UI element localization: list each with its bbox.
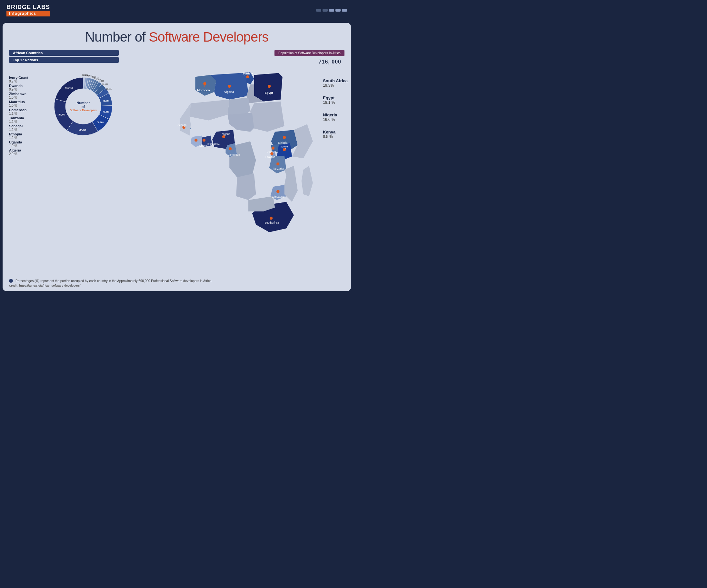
label-sa-pct: 19.3% <box>323 83 348 88</box>
footer-legend-text: Percentages (%) represent the portion oc… <box>15 279 211 283</box>
sudan-shape <box>250 102 284 132</box>
page-title: Number of Software Developers <box>9 29 344 45</box>
badge-top17: Top 17 Nations <box>9 57 119 63</box>
pin-uganda <box>272 147 274 149</box>
segment-label-11: 45,247 <box>103 100 109 102</box>
westcoast-shape <box>180 103 191 136</box>
label-ke-pct: 8.5 % <box>323 134 348 139</box>
map-container: Morocco Tunisia Algeria Egypt Senegal <box>122 65 344 279</box>
left-panel: African Countries Top 17 Nations Ivory C… <box>9 50 119 279</box>
segment-label-12: 49,818 <box>103 111 109 113</box>
pin-zimbabwe <box>276 190 279 193</box>
brand-title: BRIDGE LABS <box>6 4 50 11</box>
list-item: Algeria2.9 % <box>9 148 28 156</box>
label-egypt: Egypt <box>265 91 273 95</box>
dot2 <box>323 9 328 11</box>
dot5 <box>342 9 347 11</box>
right-labels: South Africa 19.3% Egypt 18.1 % Nigeria … <box>323 78 348 139</box>
pin-tanzania <box>276 163 279 165</box>
population-number: 716, 000 <box>319 59 341 65</box>
footer: Percentages (%) represent the portion oc… <box>9 279 344 287</box>
dot4 <box>335 9 341 11</box>
dot1 <box>316 9 321 11</box>
segment-label-15: 125,270 <box>58 113 65 116</box>
badge-african-countries: African Countries <box>9 50 119 56</box>
angola-shape <box>236 173 256 200</box>
footer-dot <box>9 279 13 283</box>
donut-segment-south-africa <box>55 77 83 102</box>
footer-legend: Percentages (%) represent the portion oc… <box>9 279 344 283</box>
label-algeria: Algeria <box>224 90 234 94</box>
footer-credit: Credit: https://tunga.io/african-softwar… <box>9 284 344 287</box>
credit-url: https://tunga.io/african-software-develo… <box>19 284 81 287</box>
label-nigeria: Nigeria <box>222 133 230 136</box>
pin-egypt <box>268 85 271 88</box>
title-part2: Software Developers <box>149 29 268 44</box>
label-ke: Kenya 8.5 % <box>323 130 348 139</box>
list-item: Mauritius1.0 % <box>9 100 28 107</box>
mozambique-shape <box>284 166 298 202</box>
label-zimbabwe: Zimbabwe <box>272 195 284 198</box>
label-eg: Egypt 18.1 % <box>323 96 348 105</box>
label-ethiopia: Ethiopia <box>278 141 288 144</box>
list-item: Senegal1.2 % <box>9 124 28 132</box>
central-shape <box>227 113 254 132</box>
label-ng: Nigeria 16.6 % <box>323 112 348 122</box>
country-list: Ivory Coast0.7 %Rwanda0.9 %Zimbabwe1.0 %… <box>9 76 28 156</box>
outer-label-8: 13,113 <box>98 80 104 82</box>
morocco-shape <box>195 75 216 96</box>
list-item: Ethopia1.2 % <box>9 132 28 140</box>
brand-sub: Infographics <box>6 11 50 16</box>
label-ghana: Ghana <box>199 144 207 147</box>
population-badge: Population of Software Developers In Afr… <box>274 50 344 56</box>
dot3 <box>329 9 334 11</box>
label-ng-pct: 16.6 % <box>323 117 348 122</box>
pin-cameroon <box>229 147 232 150</box>
list-item: Tanzania1.2 % <box>9 116 28 124</box>
pin-southafrica <box>270 217 273 219</box>
outer-label-10: 20,551 <box>106 88 111 90</box>
header: BRIDGE LABS Infographics <box>0 0 354 20</box>
pin-algeria <box>228 85 231 88</box>
pin-ivorycoast <box>195 139 197 141</box>
label-southafrica: South Africa <box>265 221 279 224</box>
label-cameroon: Cameroon <box>227 153 240 157</box>
label-tunisia: Tunisia <box>242 72 253 75</box>
list-item: Ivory Coast0.7 % <box>9 76 28 83</box>
main-container: Number of Software Developers African Co… <box>3 23 351 291</box>
mali-shape <box>190 100 229 120</box>
label-kenya: Kenya <box>280 146 288 149</box>
content-area: African Countries Top 17 Nations Ivory C… <box>9 50 344 279</box>
label-senegal: Senegal <box>177 124 187 127</box>
credit-label: Credit: <box>9 284 19 287</box>
outer-label-9: 20,530 <box>102 83 108 85</box>
pin-rwanda <box>270 152 273 155</box>
legend-labels: African Countries Top 17 Nations <box>9 50 119 64</box>
pin-ethiopia <box>283 136 286 139</box>
list-item: Uganda1.9 % <box>9 140 28 148</box>
label-ivorycoast: Ivory coa.. <box>207 142 220 145</box>
pin-ghana <box>203 139 205 141</box>
segment-label-16: 133,195 <box>65 87 73 90</box>
label-tanzania: Tanzania <box>273 167 283 170</box>
label-morocco: Morocco <box>197 88 210 92</box>
label-sa-name: South Africa <box>323 78 348 83</box>
label-eg-name: Egypt <box>323 96 348 100</box>
label-ng-name: Nigeria <box>323 112 348 117</box>
list-item: Cameroon1.1 % <box>9 108 28 115</box>
header-decoration <box>316 9 347 11</box>
segment-label-13: 58,866 <box>97 121 104 124</box>
label-rwanda: Rwanda <box>265 156 275 159</box>
label-sa: South Africa 19.3% <box>323 78 348 88</box>
brand: BRIDGE LABS Infographics <box>6 4 50 16</box>
pin-morocco <box>203 82 206 85</box>
title-part1: Number of <box>85 29 149 44</box>
list-item: Zimbabwe1.0 % <box>9 92 28 99</box>
africa-map: Morocco Tunisia Algeria Egypt Senegal <box>122 65 344 247</box>
segment-label-14: 114,536 <box>79 129 87 131</box>
right-panel: Population of Software Developers In Afr… <box>122 50 344 279</box>
list-item: Rwanda0.9 % <box>9 84 28 91</box>
donut-wrapper: 45,24749,81858,866114,536125,270133,1954… <box>51 74 115 139</box>
madagascar-shape <box>302 166 313 196</box>
pin-tunisia <box>246 75 249 78</box>
